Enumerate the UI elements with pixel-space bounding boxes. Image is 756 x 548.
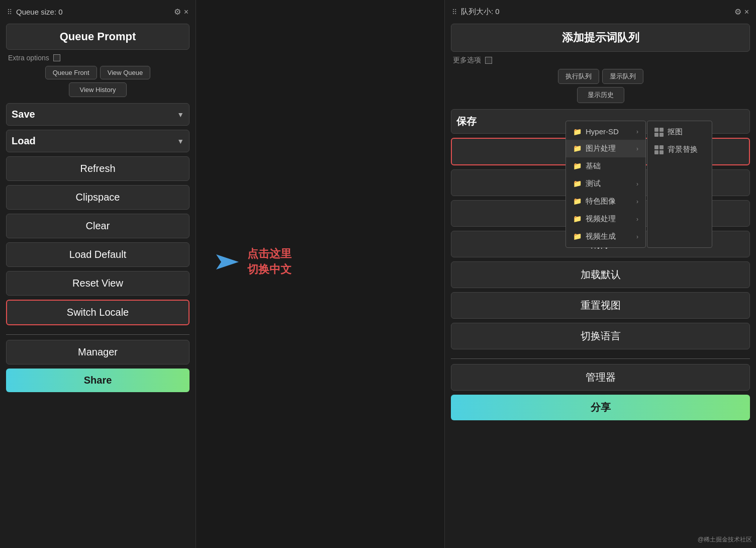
gear-icon-right[interactable]: ⚙ <box>734 7 741 17</box>
refresh-button[interactable]: Refresh <box>6 156 190 181</box>
drag-handle-right[interactable]: ⠿ <box>452 8 457 16</box>
dropdown-submenu: 抠图 背景替换 <box>647 121 712 248</box>
chevron-right-7: › <box>636 233 638 240</box>
right-share-button[interactable]: 分享 <box>451 395 750 420</box>
extra-options-checkbox[interactable] <box>53 54 60 61</box>
screenshot-container: ⠿ Queue size: 0 ⚙ × Queue Prompt Extra o… <box>0 0 756 548</box>
switch-locale-button[interactable]: Switch Locale <box>6 300 190 325</box>
right-reset-view-button[interactable]: 重置视图 <box>451 292 750 319</box>
folder-icon-6: 📁 <box>573 215 582 223</box>
clipspace-button[interactable]: Clipspace <box>6 185 190 210</box>
divider-right <box>451 358 750 359</box>
right-queue-buttons-row: 执行队列 显示队列 <box>451 69 750 84</box>
right-panel-header: ⠿ 队列大小: 0 ⚙ × <box>451 5 750 19</box>
folder-icon-4: 📁 <box>573 179 582 188</box>
dropdown-item-test[interactable]: 📁测试 › <box>566 175 645 193</box>
clear-button[interactable]: Clear <box>6 214 190 238</box>
right-panel: ⠿ 队列大小: 0 ⚙ × 添加提示词队列 更多选项 执行队列 显示队列 显示历… <box>444 0 756 548</box>
right-more-options-label: 更多选项 <box>453 56 481 65</box>
reset-view-button[interactable]: Reset View <box>6 271 190 296</box>
watermark: @稀土掘金技术社区 <box>698 535 752 544</box>
history-row: View History <box>6 82 190 97</box>
chevron-right-1: › <box>636 128 638 135</box>
annotation: 点击这里 切换中文 <box>211 246 292 278</box>
grid-icon-1 <box>654 128 664 137</box>
manager-button[interactable]: Manager <box>6 340 190 364</box>
dropdown-menu: 📁Hyper-SD › 📁图片处理 › 📁基础 📁测试 › 📁特色图像 › <box>565 121 646 248</box>
extra-options-row: Extra options <box>6 54 190 62</box>
gear-icon-left[interactable]: ⚙ <box>174 7 181 17</box>
dropdown-item-image-process[interactable]: 📁图片处理 › <box>566 140 645 157</box>
show-queue-button[interactable]: 显示队列 <box>602 69 643 84</box>
queue-buttons-row: Queue Front View Queue <box>6 66 190 79</box>
add-queue-button[interactable]: 添加提示词队列 <box>451 24 750 52</box>
right-history-row: 显示历史 <box>451 87 750 103</box>
queue-prompt-button[interactable]: Queue Prompt <box>6 24 190 50</box>
grid-icon-2 <box>654 145 664 154</box>
queue-front-button[interactable]: Queue Front <box>45 66 97 79</box>
view-history-button[interactable]: View History <box>69 82 126 97</box>
right-more-options-checkbox[interactable] <box>485 57 492 64</box>
folder-icon-2: 📁 <box>573 144 582 152</box>
extra-options-label: Extra options <box>8 54 49 62</box>
exec-queue-button[interactable]: 执行队列 <box>558 69 599 84</box>
submenu-item-cutout[interactable]: 抠图 <box>647 123 712 141</box>
chevron-right-4: › <box>636 180 638 188</box>
left-panel-header: ⠿ Queue size: 0 ⚙ × <box>6 5 190 19</box>
dropdown-item-featured[interactable]: 📁特色图像 › <box>566 193 645 210</box>
submenu-item-bg-replace[interactable]: 背景替换 <box>647 141 712 158</box>
chevron-right-5: › <box>636 198 638 205</box>
folder-icon-1: 📁 <box>573 128 582 136</box>
share-button[interactable]: Share <box>6 369 190 392</box>
load-button[interactable]: Load ▼ <box>6 130 190 152</box>
chevron-right-2: › <box>636 145 638 152</box>
close-icon-right[interactable]: × <box>744 8 749 17</box>
dropdown-overlay: 📁Hyper-SD › 📁图片处理 › 📁基础 📁测试 › 📁特色图像 › <box>565 121 712 248</box>
left-panel: ⠿ Queue size: 0 ⚙ × Queue Prompt Extra o… <box>0 0 196 548</box>
middle-area: 点击这里 切换中文 <box>196 0 444 548</box>
folder-icon-7: 📁 <box>573 232 582 240</box>
right-extra-options-row: 更多选项 <box>451 56 750 65</box>
load-default-button[interactable]: Load Default <box>6 242 190 267</box>
save-arrow-icon: ▼ <box>177 111 184 119</box>
load-arrow-icon: ▼ <box>177 137 184 145</box>
blue-arrow-icon <box>211 252 241 272</box>
folder-icon-5: 📁 <box>573 197 582 205</box>
annotation-text: 点击这里 切换中文 <box>247 246 292 278</box>
dropdown-item-video-process[interactable]: 📁视频处理 › <box>566 210 645 228</box>
show-history-button[interactable]: 显示历史 <box>577 87 624 103</box>
right-manager-button[interactable]: 管理器 <box>451 364 750 391</box>
dropdown-item-basic[interactable]: 📁基础 <box>566 157 645 175</box>
dropdown-item-hyper-sd[interactable]: 📁Hyper-SD › <box>566 123 645 140</box>
right-switch-locale-button[interactable]: 切换语言 <box>451 323 750 349</box>
drag-handle-left[interactable]: ⠿ <box>7 8 12 16</box>
divider-left <box>6 334 190 335</box>
chevron-right-6: › <box>636 216 638 223</box>
right-panel-title: 队列大小: 0 <box>461 7 500 17</box>
left-panel-title: Queue size: 0 <box>16 8 63 16</box>
dropdown-item-video-gen[interactable]: 📁视频生成 › <box>566 228 645 245</box>
right-load-default-button[interactable]: 加载默认 <box>451 261 750 288</box>
close-icon-left[interactable]: × <box>184 8 188 17</box>
save-button[interactable]: Save ▼ <box>6 103 190 126</box>
view-queue-button[interactable]: View Queue <box>100 66 151 79</box>
folder-icon-3: 📁 <box>573 162 582 170</box>
